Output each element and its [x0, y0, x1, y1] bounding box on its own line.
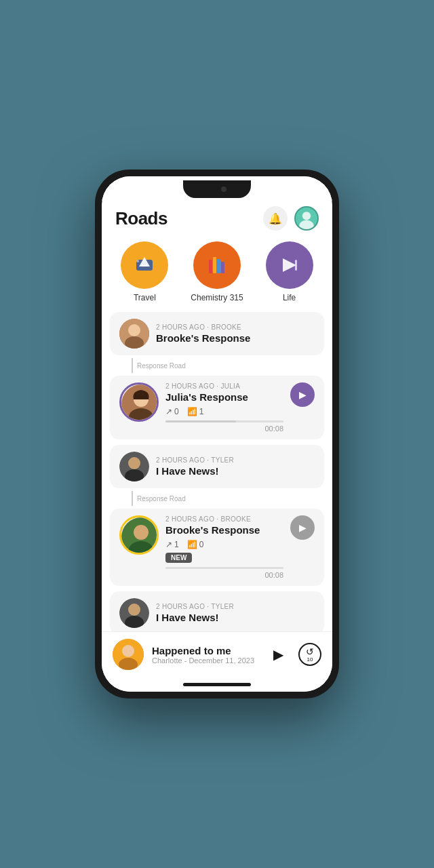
category-life[interactable]: Life [266, 241, 313, 302]
brooke2-controls: ▶ [290, 515, 315, 540]
svg-rect-5 [142, 265, 147, 267]
svg-rect-10 [221, 262, 224, 273]
app-logo: Roads [115, 208, 167, 229]
thread-vline-2 [132, 491, 133, 506]
feed-card-tyler1[interactable]: 2 HOURS AGO · TYLER I Have News! [110, 445, 324, 488]
julia-duration: 00:08 [165, 425, 283, 433]
svg-rect-7 [209, 260, 212, 273]
category-chemistry-label: Chemistry 315 [191, 293, 243, 302]
brooke2-meta: 2 HOURS AGO · BROOKE [165, 515, 283, 523]
brooke2-title: Brooke's Response [165, 524, 283, 536]
thread-line-2: Response Road [110, 491, 324, 506]
julia-title: Julia's Response [165, 391, 283, 403]
tyler2-meta: 2 HOURS AGO · TYLER [156, 603, 315, 610]
home-bar [183, 683, 251, 686]
feed-card-brooke1[interactable]: 2 HOURS AGO · BROOKE Brooke's Response [110, 312, 324, 355]
avatar-tyler2 [119, 598, 149, 628]
julia-stats: ↗ 0 📶 1 [165, 407, 283, 416]
bottom-player: Happened to me Charlotte - December 11, … [102, 631, 332, 677]
julia-content: 2 HOURS AGO · JULIA Julia's Response ↗ 0… [165, 382, 283, 433]
svg-rect-8 [213, 257, 216, 273]
player-avatar [113, 639, 144, 670]
tyler2-content: 2 HOURS AGO · TYLER I Have News! [156, 603, 315, 623]
thread-label-2: Response Road [137, 495, 186, 502]
brooke2-play-button[interactable]: ▶ [290, 515, 315, 540]
julia-progress-fill [165, 420, 236, 422]
svg-point-26 [128, 604, 140, 616]
category-life-label: Life [283, 293, 296, 302]
card1-title: Brooke's Response [156, 332, 315, 344]
tyler1-content: 2 HOURS AGO · TYLER I Have News! [156, 456, 315, 477]
brooke2-duration: 00:08 [165, 571, 283, 579]
category-travel[interactable]: Travel [121, 241, 168, 302]
header: Roads 🔔 [102, 201, 332, 237]
brooke2-content: 2 HOURS AGO · BROOKE Brooke's Response ↗… [165, 515, 283, 579]
feed: 2 HOURS AGO · BROOKE Brooke's Response R… [102, 312, 332, 631]
svg-point-1 [302, 212, 311, 220]
tyler1-meta: 2 HOURS AGO · TYLER [156, 456, 315, 464]
brooke2-plays: 📶 0 [187, 540, 204, 549]
card1-content: 2 HOURS AGO · BROOKE Brooke's Response [156, 323, 315, 344]
svg-point-14 [128, 324, 140, 336]
svg-marker-11 [283, 258, 296, 272]
julia-play-button[interactable]: ▶ [290, 382, 315, 407]
replay-button[interactable]: ↺ 10 [298, 643, 321, 666]
julia-progress [165, 420, 283, 422]
julia-controls: ▶ [290, 382, 315, 407]
home-indicator [102, 677, 332, 692]
bell-icon[interactable]: 🔔 [263, 206, 288, 231]
brooke2-progress [165, 567, 283, 569]
brooke2-shares: ↗ 1 [165, 540, 179, 549]
player-info: Happened to me Charlotte - December 11, … [152, 645, 258, 665]
thread-label-1: Response Road [137, 362, 186, 370]
player-controls: ▶ ↺ 10 [266, 642, 321, 667]
avatar-julia [119, 382, 159, 422]
svg-point-20 [128, 457, 140, 469]
feed-card-julia[interactable]: 2 HOURS AGO · JULIA Julia's Response ↗ 0… [110, 376, 324, 439]
brooke2-stats: ↗ 1 📶 0 [165, 540, 283, 549]
category-chemistry-icon [193, 241, 241, 289]
header-icons: 🔔 [263, 206, 319, 231]
category-chemistry[interactable]: Chemistry 315 [191, 241, 243, 302]
svg-point-32 [122, 645, 134, 657]
tyler2-title: I Have News! [156, 612, 315, 623]
feed-card-tyler2[interactable]: 2 HOURS AGO · TYLER I Have News! [110, 591, 324, 631]
svg-point-2 [299, 220, 313, 231]
category-travel-label: Travel [134, 293, 156, 302]
thread-vline [132, 358, 133, 373]
card1-meta: 2 HOURS AGO · BROOKE [156, 323, 315, 331]
svg-point-23 [134, 525, 149, 540]
tyler1-title: I Have News! [156, 465, 315, 477]
category-life-icon [266, 241, 313, 289]
svg-rect-9 [217, 259, 220, 273]
categories-section: Travel Chemistry 315 [102, 237, 332, 312]
avatar-tyler1 [119, 452, 149, 481]
category-travel-icon [121, 241, 168, 289]
player-subtitle: Charlotte - December 11, 2023 [152, 656, 258, 665]
avatar-brooke2 [119, 515, 159, 555]
feed-card-brooke2[interactable]: 2 HOURS AGO · BROOKE Brooke's Response ↗… [110, 509, 324, 586]
badge-new: NEW [165, 553, 192, 563]
player-title: Happened to me [152, 645, 258, 656]
julia-shares: ↗ 0 [165, 407, 179, 416]
svg-point-6 [136, 260, 139, 262]
user-avatar[interactable] [294, 206, 319, 231]
julia-meta: 2 HOURS AGO · JULIA [165, 382, 283, 390]
thread-line-1: Response Road [110, 358, 324, 373]
player-play-button[interactable]: ▶ [266, 642, 290, 667]
avatar-brooke1 [119, 319, 149, 349]
julia-plays: 📶 1 [187, 407, 204, 416]
svg-rect-12 [295, 260, 297, 271]
